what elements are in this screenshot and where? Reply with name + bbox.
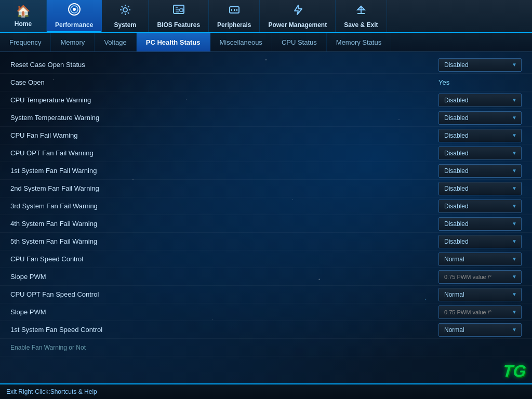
nav-peripherals-label: Peripherals	[217, 21, 251, 29]
setting-value-case-open: Yes	[438, 78, 522, 86]
nav-bios-label: BIOS Features	[157, 21, 200, 29]
setting-label-case-open: Case Open	[10, 78, 438, 86]
nav-system-label: System	[114, 21, 137, 29]
power-icon	[291, 4, 304, 19]
dropdown-arrow-sys-fan-5-fail: ▼	[512, 238, 517, 244]
setting-row-cpu-fan-speed: CPU Fan Speed ControlNormal▼	[0, 250, 532, 268]
setting-row-case-open: Case OpenYes	[0, 74, 532, 91]
tab-pc-health[interactable]: PC Health Status	[137, 33, 210, 51]
tab-frequency-label: Frequency	[9, 38, 41, 46]
dropdown-slope-pwm-1[interactable]: 0.75 PWM value /°▼	[438, 270, 522, 284]
dropdown-value-sys-fan-1-speed: Normal	[444, 326, 464, 334]
dropdown-value-sys-fan-2-fail: Disabled	[444, 185, 469, 192]
nav-system[interactable]: System	[102, 0, 149, 32]
tab-voltage[interactable]: Voltage	[95, 33, 136, 51]
nav-save[interactable]: Save & Exit	[336, 0, 387, 32]
dropdown-arrow-cpu-opt-fan-speed: ▼	[512, 291, 517, 297]
setting-label-reset-case: Reset Case Open Status	[10, 61, 438, 69]
dropdown-value-cpu-opt-fan-speed: Normal	[444, 291, 464, 298]
help-info-row: Enable Fan Warning or Not	[0, 339, 532, 356]
nav-home[interactable]: 🏠 Home	[0, 0, 47, 32]
dropdown-slope-pwm-2[interactable]: 0.75 PWM value /°▼	[438, 305, 522, 319]
setting-label-sys-fan-1-speed: 1st System Fan Speed Control	[10, 326, 438, 334]
setting-row-cpu-opt-fan-fail: CPU OPT Fan Fail WarningDisabled▼	[0, 144, 532, 162]
help-text: Exit Right-Click:Shortcuts & Help	[6, 388, 97, 395]
svg-rect-5	[180, 9, 183, 11]
dropdown-sys-fan-5-fail[interactable]: Disabled▼	[438, 235, 522, 248]
setting-row-sys-fan-1-speed: 1st System Fan Speed ControlNormal▼	[0, 321, 532, 339]
setting-row-cpu-fan-fail: CPU Fan Fail WarningDisabled▼	[0, 127, 532, 144]
performance-icon	[68, 3, 81, 19]
dropdown-value-sys-temp-warn: Disabled	[444, 114, 469, 122]
dropdown-sys-fan-2-fail[interactable]: Disabled▼	[438, 182, 522, 195]
dropdown-arrow-sys-fan-4-fail: ▼	[512, 221, 517, 227]
tab-miscellaneous[interactable]: Miscellaneous	[210, 33, 272, 51]
help-bar: Exit Right-Click:Shortcuts & Help	[0, 383, 532, 399]
help-info-label: Enable Fan Warning or Not	[10, 344, 522, 351]
dropdown-sys-fan-1-speed[interactable]: Normal▼	[438, 323, 522, 337]
bios-icon	[172, 4, 185, 19]
nav-bios[interactable]: BIOS Features	[149, 0, 209, 32]
dropdown-cpu-fan-fail[interactable]: Disabled▼	[438, 129, 522, 142]
dropdown-cpu-fan-speed[interactable]: Normal▼	[438, 252, 522, 266]
nav-power-label: Power Management	[268, 21, 327, 29]
nav-peripherals[interactable]: Peripherals	[209, 0, 260, 32]
setting-label-sys-fan-5-fail: 5th System Fan Fail Warning	[10, 237, 438, 245]
setting-label-sys-fan-2-fail: 2nd System Fan Fail Warning	[10, 184, 438, 192]
tab-cpu-status-label: CPU Status	[282, 38, 317, 46]
nav-save-label: Save & Exit	[344, 21, 378, 29]
setting-row-sys-fan-3-fail: 3rd System Fan Fail WarningDisabled▼	[0, 197, 532, 215]
tab-frequency[interactable]: Frequency	[0, 33, 51, 51]
top-navigation: 🏠 Home Performance System BIOS Features …	[0, 0, 532, 33]
tab-memory-status[interactable]: Memory Status	[327, 33, 391, 51]
dropdown-value-sys-fan-5-fail: Disabled	[444, 238, 469, 245]
nav-performance[interactable]: Performance	[47, 0, 102, 32]
dropdown-value-sys-fan-4-fail: Disabled	[444, 220, 469, 228]
dropdown-arrow-sys-fan-2-fail: ▼	[512, 185, 517, 191]
dropdown-reset-case[interactable]: Disabled▼	[438, 58, 522, 72]
setting-row-slope-pwm-1: Slope PWM0.75 PWM value /°▼	[0, 268, 532, 286]
setting-row-sys-fan-2-fail: 2nd System Fan Fail WarningDisabled▼	[0, 180, 532, 197]
dropdown-arrow-slope-pwm-1: ▼	[512, 274, 517, 280]
dropdown-arrow-sys-fan-1-speed: ▼	[512, 327, 517, 332]
dropdown-value-reset-case: Disabled	[444, 61, 469, 69]
dropdown-sys-fan-3-fail[interactable]: Disabled▼	[438, 200, 522, 213]
setting-label-slope-pwm-2: Slope PWM	[10, 308, 438, 316]
system-icon	[119, 4, 131, 19]
dropdown-sys-fan-4-fail[interactable]: Disabled▼	[438, 217, 522, 231]
setting-label-sys-temp-warn: System Temperature Warning	[10, 114, 438, 122]
setting-label-slope-pwm-1: Slope PWM	[10, 273, 438, 281]
dropdown-arrow-sys-temp-warn: ▼	[512, 115, 517, 121]
dropdown-value-slope-pwm-1: 0.75 PWM value /°	[444, 274, 491, 280]
setting-label-cpu-fan-speed: CPU Fan Speed Control	[10, 255, 438, 263]
dropdown-sys-fan-1-fail[interactable]: Disabled▼	[438, 164, 522, 178]
setting-label-sys-fan-1-fail: 1st System Fan Fail Warning	[10, 167, 438, 175]
setting-label-cpu-temp-warn: CPU Temperature Warning	[10, 96, 438, 104]
tab-memory-status-label: Memory Status	[336, 38, 381, 46]
dropdown-value-cpu-fan-speed: Normal	[444, 256, 464, 263]
dropdown-cpu-temp-warn[interactable]: Disabled▼	[438, 94, 522, 107]
setting-label-cpu-opt-fan-speed: CPU OPT Fan Speed Control	[10, 290, 438, 298]
dropdown-arrow-sys-fan-3-fail: ▼	[512, 203, 517, 209]
dropdown-value-sys-fan-3-fail: Disabled	[444, 203, 469, 210]
sub-navigation: Frequency Memory Voltage PC Health Statu…	[0, 33, 532, 52]
nav-power[interactable]: Power Management	[260, 0, 336, 32]
tg-logo: TG	[502, 362, 527, 381]
setting-row-reset-case: Reset Case Open StatusDisabled▼	[0, 56, 532, 74]
dropdown-cpu-opt-fan-speed[interactable]: Normal▼	[438, 288, 522, 301]
dropdown-sys-temp-warn[interactable]: Disabled▼	[438, 111, 522, 125]
setting-label-sys-fan-4-fail: 4th System Fan Fail Warning	[10, 220, 438, 228]
dropdown-arrow-reset-case: ▼	[512, 62, 517, 68]
setting-row-sys-temp-warn: System Temperature WarningDisabled▼	[0, 109, 532, 127]
tab-memory[interactable]: Memory	[51, 33, 95, 51]
save-icon	[355, 4, 367, 19]
setting-row-cpu-temp-warn: CPU Temperature WarningDisabled▼	[0, 91, 532, 109]
dropdown-cpu-opt-fan-fail[interactable]: Disabled▼	[438, 147, 522, 160]
dropdown-arrow-cpu-opt-fan-fail: ▼	[512, 150, 517, 156]
setting-row-sys-fan-1-fail: 1st System Fan Fail WarningDisabled▼	[0, 162, 532, 180]
setting-row-sys-fan-4-fail: 4th System Fan Fail WarningDisabled▼	[0, 215, 532, 233]
tab-cpu-status[interactable]: CPU Status	[272, 33, 327, 51]
dropdown-arrow-sys-fan-1-fail: ▼	[512, 168, 517, 174]
dropdown-arrow-cpu-fan-fail: ▼	[512, 132, 517, 138]
tab-miscellaneous-label: Miscellaneous	[220, 38, 262, 46]
